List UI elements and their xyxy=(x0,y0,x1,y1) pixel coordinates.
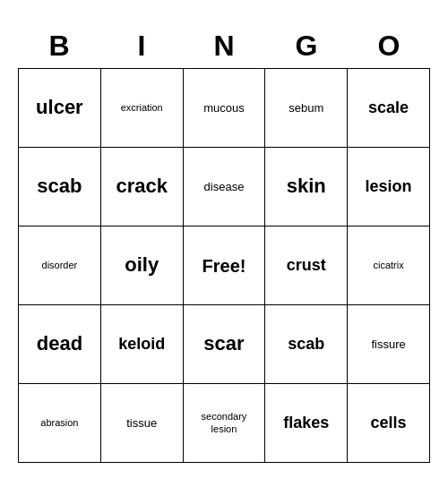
cell-text: oily xyxy=(125,253,159,277)
header-letter: B xyxy=(18,24,100,68)
cell-text: flakes xyxy=(283,414,329,433)
bingo-cell: crust xyxy=(265,226,348,305)
bingo-cell: sebum xyxy=(265,69,348,148)
bingo-cell: scar xyxy=(184,305,266,384)
bingo-cell: excriation xyxy=(101,69,184,148)
cell-text: disease xyxy=(204,180,245,194)
cell-text: lesion xyxy=(366,177,412,197)
cell-text: scab xyxy=(37,175,82,198)
bingo-cell: skin xyxy=(265,148,348,226)
cell-text: secondarylesion xyxy=(202,411,247,434)
bingo-cell: keloid xyxy=(101,305,184,384)
header-letter: G xyxy=(265,24,348,68)
bingo-cell: disease xyxy=(184,148,266,226)
cell-text: fissure xyxy=(371,337,405,352)
header-letter: N xyxy=(183,24,265,68)
header-letter: O xyxy=(348,24,430,68)
cell-text: scab xyxy=(288,335,324,355)
cell-text: mucous xyxy=(203,101,245,115)
cell-text: scale xyxy=(368,98,409,118)
cell-text: sebum xyxy=(289,101,323,115)
bingo-grid: ulcerexcriationmucoussebumscalescabcrack… xyxy=(18,68,430,463)
bingo-cell: lesion xyxy=(348,148,430,226)
bingo-cell: tissue xyxy=(101,384,184,463)
cell-text: disorder xyxy=(42,260,78,271)
cell-text: crack xyxy=(116,175,168,198)
cell-text: ulcer xyxy=(36,96,83,119)
bingo-cell: fissure xyxy=(348,305,430,384)
cell-text: Free! xyxy=(202,255,246,277)
cell-text: abrasion xyxy=(40,417,78,429)
cell-text: keloid xyxy=(118,335,165,355)
bingo-cell: secondarylesion xyxy=(184,384,266,463)
header-letter: I xyxy=(100,24,183,68)
bingo-cell: oily xyxy=(101,226,184,305)
bingo-cell: scab xyxy=(265,305,348,384)
cell-text: skin xyxy=(287,175,326,198)
cell-text: tissue xyxy=(126,416,157,431)
bingo-header: BINGO xyxy=(18,24,430,68)
bingo-cell: ulcer xyxy=(19,69,101,148)
cell-text: cells xyxy=(371,414,407,433)
bingo-cell: abrasion xyxy=(19,384,101,463)
cell-text: scar xyxy=(203,332,244,355)
cell-text: excriation xyxy=(121,102,163,114)
bingo-cell: Free! xyxy=(184,226,266,305)
cell-text: dead xyxy=(37,332,82,355)
cell-text: cicatrix xyxy=(373,260,403,271)
bingo-cell: dead xyxy=(19,305,101,384)
bingo-cell: scale xyxy=(348,69,430,148)
bingo-cell: disorder xyxy=(19,226,101,305)
bingo-cell: cells xyxy=(348,384,430,463)
bingo-cell: mucous xyxy=(184,69,266,148)
cell-text: crust xyxy=(287,256,326,276)
bingo-cell: cicatrix xyxy=(348,226,430,305)
bingo-cell: flakes xyxy=(265,384,348,463)
bingo-card: BINGO ulcerexcriationmucoussebumscalesca… xyxy=(18,24,430,463)
bingo-cell: crack xyxy=(101,148,184,226)
bingo-cell: scab xyxy=(19,148,101,226)
